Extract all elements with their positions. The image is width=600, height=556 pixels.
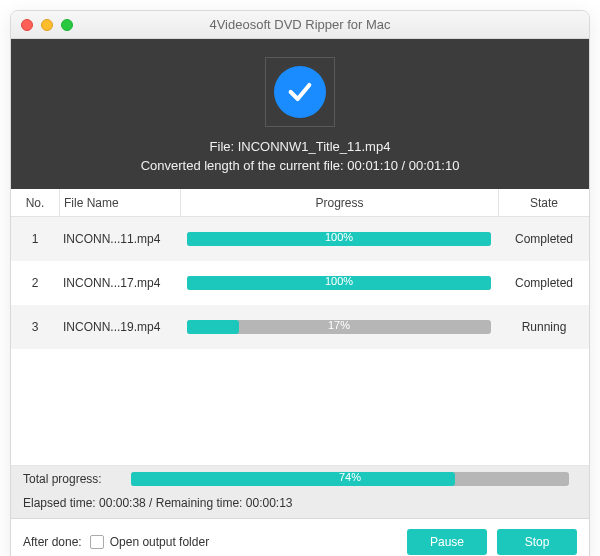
table-body: 1 INCONN...11.mp4 100% Completed 2 INCON… bbox=[11, 217, 589, 349]
progress-label: 17% bbox=[187, 319, 491, 331]
progress-label: 74% bbox=[131, 471, 569, 483]
cell-progress: 100% bbox=[179, 276, 499, 290]
spacer bbox=[11, 349, 589, 465]
window-title: 4Videosoft DVD Ripper for Mac bbox=[11, 17, 589, 32]
total-progress-bar: 74% bbox=[131, 472, 569, 486]
total-progress-label: Total progress: bbox=[23, 472, 123, 486]
cell-state: Completed bbox=[499, 276, 589, 290]
cell-state: Completed bbox=[499, 232, 589, 246]
total-progress-row: Total progress: 74% bbox=[11, 466, 589, 492]
cell-file: INCONN...17.mp4 bbox=[59, 276, 179, 290]
time-row: Elapsed time: 00:00:38 / Remaining time:… bbox=[11, 492, 589, 519]
bottom-panel: Total progress: 74% Elapsed time: 00:00:… bbox=[11, 465, 589, 556]
status-hero: File: INCONNW1_Title_11.mp4 Converted le… bbox=[11, 39, 589, 189]
checkmark-icon bbox=[274, 66, 326, 118]
table-row: 1 INCONN...11.mp4 100% Completed bbox=[11, 217, 589, 261]
cell-no: 3 bbox=[11, 320, 59, 334]
cell-state: Running bbox=[499, 320, 589, 334]
cell-no: 2 bbox=[11, 276, 59, 290]
progress-label: 100% bbox=[187, 231, 491, 243]
open-output-label: Open output folder bbox=[110, 535, 209, 549]
after-done-label: After done: bbox=[23, 535, 82, 549]
progress-bar: 100% bbox=[187, 276, 491, 290]
current-file-label: File: INCONNW1_Title_11.mp4 bbox=[21, 139, 579, 154]
cell-file: INCONN...11.mp4 bbox=[59, 232, 179, 246]
open-output-checkbox[interactable] bbox=[90, 535, 104, 549]
converted-length-label: Converted length of the current file: 00… bbox=[21, 158, 579, 173]
cell-progress: 17% bbox=[179, 320, 499, 334]
table-header: No. File Name Progress State bbox=[11, 189, 589, 217]
col-header-state: State bbox=[499, 196, 589, 210]
titlebar: 4Videosoft DVD Ripper for Mac bbox=[11, 11, 589, 39]
cell-no: 1 bbox=[11, 232, 59, 246]
progress-label: 100% bbox=[187, 275, 491, 287]
check-frame bbox=[265, 57, 335, 127]
table-row: 2 INCONN...17.mp4 100% Completed bbox=[11, 261, 589, 305]
col-header-no: No. bbox=[11, 196, 59, 210]
stop-button[interactable]: Stop bbox=[497, 529, 577, 555]
progress-bar: 100% bbox=[187, 232, 491, 246]
table-row: 3 INCONN...19.mp4 17% Running bbox=[11, 305, 589, 349]
cell-progress: 100% bbox=[179, 232, 499, 246]
progress-bar: 17% bbox=[187, 320, 491, 334]
action-row: After done: Open output folder Pause Sto… bbox=[11, 519, 589, 556]
col-header-file: File Name bbox=[60, 196, 180, 210]
cell-file: INCONN...19.mp4 bbox=[59, 320, 179, 334]
app-window: 4Videosoft DVD Ripper for Mac File: INCO… bbox=[10, 10, 590, 556]
pause-button[interactable]: Pause bbox=[407, 529, 487, 555]
col-header-progress: Progress bbox=[181, 196, 498, 210]
